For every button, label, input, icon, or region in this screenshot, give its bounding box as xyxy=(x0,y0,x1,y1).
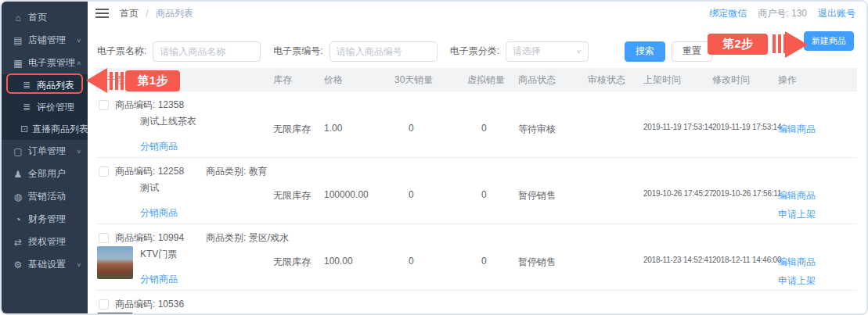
edit-product-link[interactable]: 编辑商品 xyxy=(778,123,857,136)
breadcrumb: 首页 / 商品列表 xyxy=(120,7,193,20)
ticket-name-input[interactable] xyxy=(153,41,261,62)
home-icon: ⌂ xyxy=(12,13,24,23)
step1-arrow-tail xyxy=(110,72,124,90)
sidebar: ⌂ 首页 ▤ 店铺管理 ∨ ▦ 电子票管理 ∧ ≣ 商品列表 ≣ 评价管理 ⊡ … xyxy=(2,2,88,313)
search-button[interactable]: 搜索 xyxy=(625,41,665,62)
table-row: 商品编码: 10536 红包测试产品 分销商品 无限库存 1.02 7 0 xyxy=(95,291,857,315)
live-icon: ⊡ xyxy=(20,123,28,134)
distribution-product-link[interactable]: 分销商品 xyxy=(140,140,196,153)
sidebar-item-label: 电子票管理 xyxy=(28,56,75,70)
product-name: 测试 xyxy=(140,180,178,195)
edit-product-link[interactable]: 编辑商品 xyxy=(778,189,857,202)
table-row: 商品编码: 10994 商品类别: 景区/戏水 KTV门票 分销商品 无限库存 … xyxy=(95,224,857,291)
column-header-review-status: 审核状态 xyxy=(586,73,642,87)
gear-icon: ⚙ xyxy=(12,260,24,270)
table-row: 商品编码: 12358 测试上线茶衣 分销商品 无限库存 1.00 0 0 xyxy=(95,91,857,158)
reset-button[interactable]: 重置 xyxy=(672,41,712,62)
sidebar-item-review-management[interactable]: ≣ 评价管理 xyxy=(2,96,88,118)
stock-value: 无限库存 xyxy=(273,112,324,136)
product-table: 电子票信息 库存 价格 30天销量 虚拟销量 商品状态 审核状态 上架时间 修改… xyxy=(95,68,857,313)
ticket-icon: ▦ xyxy=(12,58,24,69)
sidebar-item-basic-settings[interactable]: ⚙ 基础设置 ∨ xyxy=(2,253,88,276)
price-value: 1.00 xyxy=(324,112,394,134)
app-window: ⌂ 首页 ▤ 店铺管理 ∨ ▦ 电子票管理 ∧ ≣ 商品列表 ≣ 评价管理 ⊡ … xyxy=(0,0,868,315)
sidebar-item-label: 商品列表 xyxy=(37,79,74,92)
status-value: 暂停销售 xyxy=(518,245,588,269)
sidebar-item-authorization[interactable]: ⇄ 授权管理 xyxy=(2,231,88,253)
merchant-number: 商户号: 130 xyxy=(758,7,807,20)
sidebar-item-live-product-list[interactable]: ⊡ 直播商品列表 xyxy=(2,118,88,140)
product-code: 商品编码: 10994 xyxy=(115,231,184,245)
users-icon: ♟ xyxy=(12,169,24,180)
sales30-value: 7 xyxy=(394,311,467,315)
virtual-sales-value: 0 xyxy=(467,112,518,134)
sidebar-item-label: 店铺管理 xyxy=(28,34,66,47)
chevron-down-icon: ∨ xyxy=(76,38,81,44)
stock-value: 无限库存 xyxy=(273,311,324,315)
sidebar-item-label: 全部用户 xyxy=(28,167,66,181)
column-header-listed-time: 上架时间 xyxy=(642,73,711,87)
review-status-value xyxy=(588,245,643,256)
bind-wechat-link[interactable]: 绑定微信 xyxy=(709,7,747,20)
distribution-product-link[interactable]: 分销商品 xyxy=(140,273,178,286)
column-header-virtual-sales: 虚拟销量 xyxy=(466,73,517,87)
column-header-stock: 库存 xyxy=(272,73,322,87)
step1-arrow-icon xyxy=(86,68,107,93)
distribution-product-link[interactable]: 分销商品 xyxy=(140,206,178,220)
chevron-down-icon: ∨ xyxy=(76,262,81,268)
ticket-name-label: 电子票名称: xyxy=(97,45,146,58)
review-status-value xyxy=(588,311,643,315)
status-value: 暂停销售 xyxy=(518,311,588,315)
sidebar-item-label: 直播商品列表 xyxy=(32,123,88,136)
sales30-value: 0 xyxy=(394,112,467,134)
column-header-status: 商品状态 xyxy=(517,73,586,87)
edit-product-link[interactable]: 编辑商品 xyxy=(778,256,857,269)
chevron-up-icon: ∧ xyxy=(76,60,81,66)
sidebar-item-label: 授权管理 xyxy=(28,235,66,249)
sidebar-item-label: 营销活动 xyxy=(28,190,66,203)
sidebar-item-label: 财务管理 xyxy=(28,213,66,226)
modified-time-value: 2018-12-11 14:46:00 xyxy=(712,245,778,264)
chevron-down-icon: ∨ xyxy=(76,149,81,155)
list-icon: ≣ xyxy=(20,102,33,113)
chevron-down-icon: ∨ xyxy=(576,48,582,55)
listed-time-value: 2018-07-15 16:30:46 xyxy=(643,311,712,315)
row-checkbox[interactable] xyxy=(99,166,109,177)
finance-icon: ◔ xyxy=(12,214,24,225)
ticket-category-select[interactable]: 请选择 ∨ xyxy=(506,41,589,62)
review-status-value xyxy=(588,178,643,189)
step2-arrow-icon xyxy=(785,31,808,58)
hamburger-icon[interactable] xyxy=(95,6,109,20)
logout-link[interactable]: 退出账号 xyxy=(818,7,855,20)
sidebar-item-label: 首页 xyxy=(28,11,47,24)
column-header-price: 价格 xyxy=(322,73,393,87)
sidebar-item-shop-management[interactable]: ▤ 店铺管理 ∨ xyxy=(2,29,88,52)
sidebar-item-label: 订单管理 xyxy=(28,145,66,158)
breadcrumb-home[interactable]: 首页 xyxy=(120,8,139,19)
create-product-button[interactable]: 新建商品 xyxy=(804,31,854,51)
apply-listing-link[interactable]: 申请上架 xyxy=(778,274,857,288)
virtual-sales-value: 0 xyxy=(467,245,518,267)
sidebar-item-product-list[interactable]: ≣ 商品列表 xyxy=(2,74,88,96)
sidebar-item-all-users[interactable]: ♟ 全部用户 xyxy=(2,163,88,185)
sidebar-item-order-management[interactable]: ▢ 订单管理 ∨ xyxy=(2,140,88,163)
row-checkbox[interactable] xyxy=(99,299,109,310)
sidebar-item-finance[interactable]: ◔ 财务管理 xyxy=(2,208,88,231)
apply-listing-link[interactable]: 申请上架 xyxy=(778,208,857,221)
row-checkbox[interactable] xyxy=(99,233,109,243)
product-category: 商品类别: 教育 xyxy=(206,165,268,178)
sidebar-item-marketing[interactable]: ◍ 营销活动 xyxy=(2,185,88,208)
ticket-code-input[interactable] xyxy=(330,41,438,62)
row-checkbox[interactable] xyxy=(99,100,109,110)
sidebar-item-eticket-management[interactable]: ▦ 电子票管理 ∧ xyxy=(2,52,88,74)
table-row: 商品编码: 12258 商品类别: 教育 测试 分销商品 无限库存 100000… xyxy=(95,158,857,224)
sidebar-item-label: 基础设置 xyxy=(28,258,66,271)
column-header-operations: 操作 xyxy=(776,73,857,87)
sidebar-item-home[interactable]: ⌂ 首页 xyxy=(2,6,88,29)
column-header-modified-time: 修改时间 xyxy=(711,73,776,87)
select-placeholder: 请选择 xyxy=(513,45,541,58)
review-status-value xyxy=(588,112,643,123)
ticket-code-label: 电子票编号: xyxy=(273,45,322,58)
step1-badge: 第1步 xyxy=(125,70,180,91)
modified-time-value: 2019-10-26 17:56:11 xyxy=(712,178,778,198)
